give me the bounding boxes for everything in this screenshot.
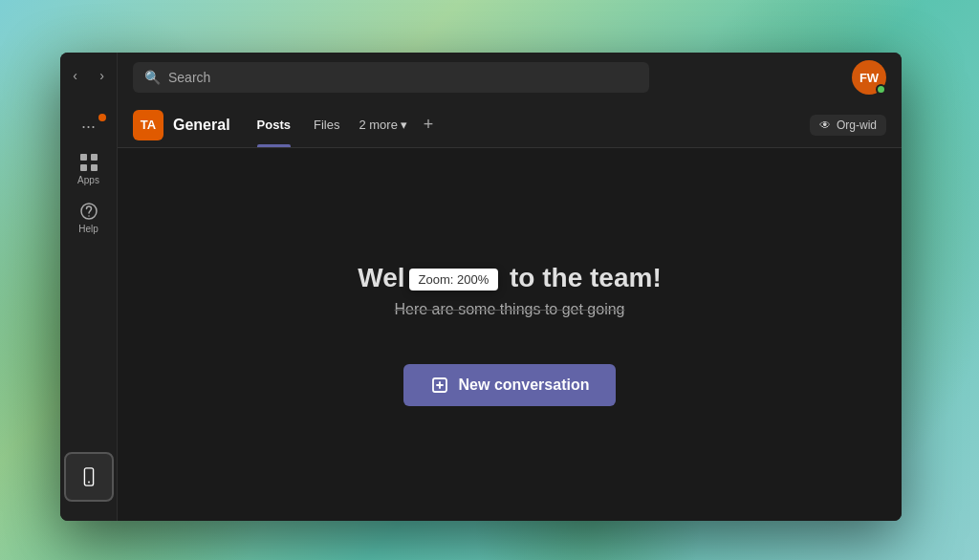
content-area: WelZoom: 200% to the team! Here are some… <box>118 148 902 521</box>
welcome-text-before: Wel <box>358 263 404 292</box>
add-tab-button[interactable]: + <box>415 112 442 139</box>
new-conversation-button[interactable]: New conversation <box>403 364 617 406</box>
nav-items: ··· Apps <box>64 102 114 452</box>
tab-files[interactable]: Files <box>302 102 351 147</box>
search-icon: 🔍 <box>144 70 161 85</box>
org-wide-button[interactable]: 👁 Org-wid <box>810 115 886 136</box>
new-conversation-label: New conversation <box>459 377 590 394</box>
teams-window: ‹ › ··· Apps <box>60 53 902 521</box>
avatar-container: FW <box>852 60 886 95</box>
eye-icon: 👁 <box>819 118 831 132</box>
svg-point-5 <box>88 215 90 217</box>
svg-rect-1 <box>91 154 98 161</box>
search-placeholder: Search <box>168 70 210 85</box>
tab-more[interactable]: 2 more ▾ <box>351 118 414 132</box>
channel-name: General <box>173 117 230 134</box>
apps-label: Apps <box>77 175 99 185</box>
main-area: 🔍 Search FW TA General Posts Files 2 mor… <box>118 53 902 521</box>
compose-icon <box>430 376 449 395</box>
nav-arrows: ‹ › <box>64 64 114 87</box>
channel-header: TA General Posts Files 2 more ▾ + 👁 Org-… <box>118 102 902 148</box>
avatar-status-indicator <box>876 84 886 95</box>
subtitle-text: Here are some things to get going <box>394 301 624 318</box>
chevron-down-icon: ▾ <box>401 118 407 132</box>
help-label: Help <box>78 224 98 234</box>
zoom-tooltip: Zoom: 200% <box>409 269 499 291</box>
top-bar: 🔍 Search FW <box>118 53 902 102</box>
channel-tabs: Posts Files 2 more ▾ + <box>246 102 442 147</box>
welcome-text-after: to the team! <box>510 263 662 292</box>
forward-button[interactable]: › <box>91 64 114 87</box>
sidebar-item-more[interactable]: ··· <box>64 110 114 142</box>
phone-button[interactable] <box>64 452 114 502</box>
rail-bottom <box>64 452 114 509</box>
org-wide-label: Org-wid <box>837 118 877 132</box>
back-button[interactable]: ‹ <box>64 64 87 87</box>
svg-rect-0 <box>80 154 87 161</box>
welcome-heading: WelZoom: 200% to the team! <box>358 263 661 293</box>
search-bar[interactable]: 🔍 Search <box>133 62 649 93</box>
sidebar-item-help[interactable]: Help <box>64 195 114 240</box>
notification-dot <box>98 114 106 121</box>
svg-rect-2 <box>80 164 87 171</box>
team-icon: TA <box>133 110 163 140</box>
icon-rail: ‹ › ··· Apps <box>60 53 118 521</box>
help-icon <box>78 201 99 222</box>
svg-rect-3 <box>91 164 98 171</box>
sidebar-item-apps[interactable]: Apps <box>64 146 114 191</box>
tab-posts[interactable]: Posts <box>246 102 302 147</box>
more-icon: ··· <box>78 116 99 137</box>
apps-icon <box>78 152 99 173</box>
